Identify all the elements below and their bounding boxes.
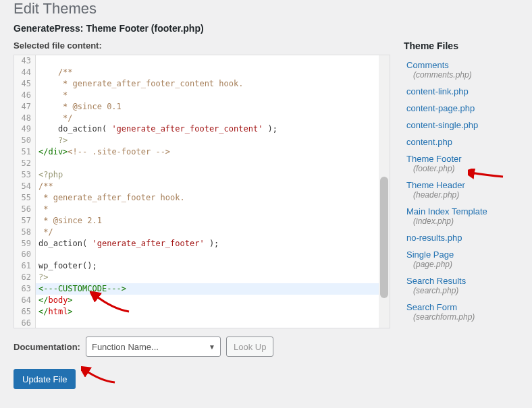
subheading: GeneratePress: Theme Footer (footer.php) [14, 23, 518, 34]
theme-file-link[interactable]: Main Index Template [406, 206, 487, 216]
code-line[interactable]: 58 */ [14, 227, 390, 238]
code-line[interactable]: 63<---CUSTOMCODE---> [14, 283, 390, 295]
lookup-button[interactable]: Look Up [226, 337, 273, 357]
theme-file-item[interactable]: Theme Header(header.php) [404, 177, 518, 203]
code-line[interactable]: 45 * generate_after_footer_content hook. [14, 78, 390, 90]
theme-file-item[interactable]: Comments(comments.php) [404, 57, 518, 83]
theme-file-item[interactable]: content.php [404, 134, 518, 150]
theme-file-link[interactable]: content-single.php [406, 120, 478, 130]
theme-file-link[interactable]: Search Form [406, 302, 457, 312]
arrow-annotation-update [81, 366, 117, 385]
update-file-button[interactable]: Update File [14, 369, 76, 389]
code-line[interactable]: 60 [14, 249, 390, 260]
theme-file-sub: (page.php) [406, 260, 518, 269]
code-line[interactable]: 44 /** [14, 67, 390, 78]
code-line[interactable]: 48 */ [14, 113, 390, 124]
code-line[interactable]: 53<?php [14, 169, 390, 181]
theme-file-sub: (searchform.php) [406, 312, 518, 322]
theme-file-link[interactable]: content.php [406, 137, 452, 147]
theme-file-link[interactable]: Single Page [406, 250, 454, 260]
page-title: Edit Themes [14, 0, 518, 18]
theme-file-item[interactable]: content-single.php [404, 117, 518, 134]
code-line[interactable]: 59do_action( 'generate_after_footer' ); [14, 238, 390, 250]
theme-file-sub: (index.php) [406, 216, 518, 226]
code-line[interactable]: 43 [14, 55, 390, 67]
theme-file-item[interactable]: Single Page(page.php) [404, 246, 518, 272]
theme-file-item[interactable]: Search Form(searchform.php) [404, 299, 518, 325]
scroll-thumb[interactable] [380, 177, 388, 298]
code-line[interactable]: 57 * @since 2.1 [14, 215, 390, 227]
theme-file-sub: (footer.php) [406, 164, 518, 173]
selected-file-label: Selected file content: [14, 40, 390, 51]
code-line[interactable]: 64</body> [14, 295, 390, 306]
theme-file-link[interactable]: Theme Footer [406, 154, 462, 164]
theme-file-sub: (search.php) [406, 286, 518, 295]
documentation-label: Documentation: [14, 342, 80, 352]
theme-file-link[interactable]: Search Results [406, 276, 466, 286]
code-line[interactable]: 50 ?> [14, 135, 390, 146]
theme-file-sub: (header.php) [406, 190, 518, 200]
code-line[interactable]: 61wp_footer(); [14, 260, 390, 272]
code-line[interactable]: 62?> [14, 272, 390, 283]
code-line[interactable]: 52 [14, 158, 390, 169]
theme-file-item[interactable]: Search Results(search.php) [404, 272, 518, 299]
theme-file-item[interactable]: Theme Footer(footer.php) [404, 150, 518, 177]
theme-file-link[interactable]: content-link.php [406, 86, 469, 96]
code-line[interactable]: 56 * [14, 204, 390, 215]
documentation-select[interactable]: Function Name... [86, 337, 221, 357]
code-line[interactable]: 49 do_action( 'generate_after_footer_con… [14, 123, 390, 135]
code-line[interactable]: 47 * @since 0.1 [14, 101, 390, 113]
theme-file-item[interactable]: content-page.php [404, 100, 518, 117]
code-line[interactable]: 66 [14, 318, 390, 328]
theme-file-link[interactable]: no-results.php [406, 233, 462, 243]
theme-file-item[interactable]: Main Index Template(index.php) [404, 203, 518, 229]
editor-scrollbar[interactable] [379, 55, 390, 328]
theme-files-title: Theme Files [404, 40, 518, 51]
theme-file-link[interactable]: Comments [406, 60, 449, 70]
code-editor[interactable]: 4344 /**45 * generate_after_footer_conte… [14, 55, 390, 328]
theme-file-item[interactable]: no-results.php [404, 229, 518, 246]
theme-file-sub: (comments.php) [406, 70, 518, 80]
theme-file-item[interactable]: content-link.php [404, 83, 518, 100]
code-line[interactable]: 65</html> [14, 306, 390, 318]
theme-file-link[interactable]: content-page.php [406, 103, 475, 113]
theme-file-link[interactable]: Theme Header [406, 180, 465, 190]
theme-files-list: Comments(comments.php)content-link.phpco… [404, 57, 518, 325]
code-line[interactable]: 51</div><!-- .site-footer --> [14, 146, 390, 158]
code-line[interactable]: 46 * [14, 90, 390, 101]
code-line[interactable]: 54/** [14, 181, 390, 192]
code-line[interactable]: 55 * generate_after_footer hook. [14, 192, 390, 204]
